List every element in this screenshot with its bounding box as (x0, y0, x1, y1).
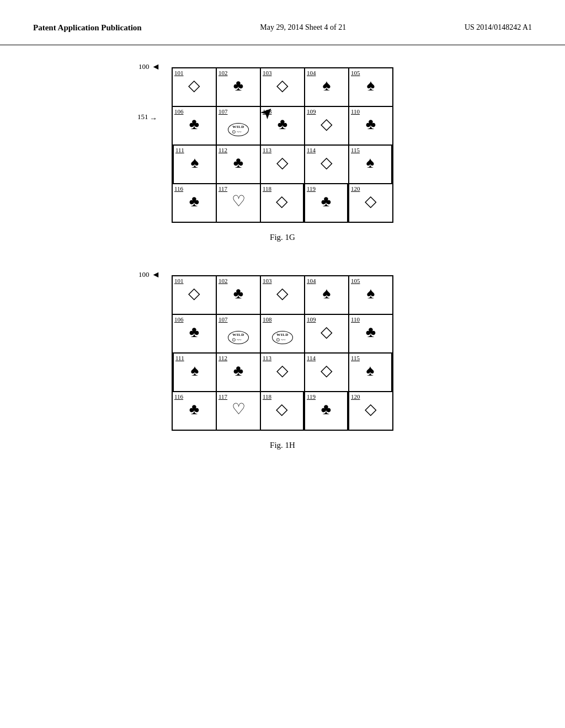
cell-number: 119 (305, 185, 316, 192)
cell-symbol: ♡ (232, 194, 246, 209)
table-row: 115♠ (349, 145, 393, 184)
cell-number: 108 (261, 108, 272, 115)
header-center: May 29, 2014 Sheet 4 of 21 (260, 22, 346, 33)
table-row: 120◇ (349, 392, 393, 430)
cell-symbol: ◇ (276, 286, 289, 301)
header-right: US 2014/0148242 A1 (465, 22, 532, 33)
cell-symbol: ◇ (276, 363, 289, 378)
cell-number: 101 (173, 69, 184, 77)
arrow-icon: ◄ (152, 62, 161, 72)
fig1g-grid: 101◇102♣103◇104♠105♠106♣107 WILD ⊙~~ 108… (172, 67, 393, 223)
cell-number: 118 (261, 393, 271, 400)
table-row: 106♣ (172, 314, 216, 353)
cell-symbol: ♣ (233, 286, 243, 301)
table-row: 104♠ (305, 276, 349, 314)
cell-symbol: ◇ (276, 194, 288, 209)
page-header: Patent Application Publication May 29, 2… (0, 0, 565, 45)
cell-number: 107 (217, 316, 228, 323)
cell-number: 115 (349, 147, 360, 154)
table-row: 114◇ (305, 145, 349, 184)
publication-label: Patent Application Publication (33, 23, 142, 32)
ref-100-label: 100 ◄ (138, 62, 160, 72)
table-row: 102♣ (216, 276, 260, 314)
table-row: 105♠ (349, 68, 393, 106)
cell-number: 120 (349, 393, 360, 400)
cell-number: 107 (217, 108, 228, 115)
cell-number: 117 (217, 393, 227, 400)
table-row: 103◇ (260, 68, 305, 106)
cell-number: 104 (305, 69, 316, 77)
table-row: 108 WILD ⊙~~ (260, 314, 305, 353)
cell-symbol: ♣ (233, 363, 243, 378)
cell-number: 101 (173, 277, 184, 285)
cell-number: 115 (349, 355, 360, 362)
cell-symbol: ♠ (323, 286, 331, 301)
table-row: 118◇ (260, 392, 305, 430)
cell-number: 116 (173, 393, 183, 400)
table-row: 103◇ (260, 276, 305, 314)
table-row: 112♣ (216, 145, 260, 184)
cell-symbol: ◇ (365, 194, 377, 209)
table-row: 113◇ (260, 353, 305, 392)
table-row: 113◇ (260, 145, 305, 184)
table-row: 110♣ (349, 106, 393, 145)
cell-number: 112 (217, 355, 227, 362)
cell-symbol: ♣ (233, 155, 243, 170)
cell-number: 119 (305, 393, 316, 400)
cell-symbol: ♠ (323, 78, 331, 93)
cell-number: 113 (261, 147, 271, 154)
table-row: 101◇ (172, 68, 216, 106)
ref-151-arrow: → (150, 114, 157, 123)
table-row: 107 WILD ⊙~~ (216, 314, 260, 353)
figure-1g-block: 100 ◄ 151 101◇102♣103◇104♠105♠106♣107 WI… (172, 67, 393, 242)
fig1h-wrapper: 100 ◄ 101◇102♣103◇104♠105♠106♣107 WILD ⊙… (172, 275, 393, 431)
cell-number: 102 (217, 277, 228, 285)
cell-number: 110 (349, 108, 360, 115)
cell-symbol: ♡ (232, 402, 246, 417)
cell-symbol: ♠ (366, 363, 375, 378)
cell-number: 108 (261, 316, 272, 323)
table-row: 111♠ (172, 145, 216, 184)
table-row: 109◇ (305, 106, 349, 145)
cell-number: 117 (217, 185, 227, 192)
table-row: 117♡ (216, 392, 260, 430)
cell-symbol: ◇ (321, 324, 333, 340)
table-row: 101◇ (172, 276, 216, 314)
cell-symbol: ♣ (189, 116, 199, 132)
cell-symbol: ♣ (233, 78, 243, 93)
table-row: 109◇ (305, 314, 349, 353)
table-row: 120◇ (349, 184, 393, 222)
cell-symbol: ◇ (276, 155, 289, 170)
figures-container: 100 ◄ 151 101◇102♣103◇104♠105♠106♣107 WI… (0, 45, 565, 472)
cell-number: 105 (349, 277, 360, 285)
table-row: 118◇ (260, 184, 305, 222)
cell-number: 102 (217, 69, 228, 77)
cell-number: 111 (174, 355, 184, 362)
cell-symbol: ◇ (188, 78, 200, 93)
header-left: Patent Application Publication (33, 22, 142, 34)
cell-number: 106 (173, 108, 184, 115)
cell-symbol: ♣ (189, 402, 199, 417)
cell-number: 116 (173, 185, 183, 192)
cell-number: 113 (261, 355, 271, 362)
cell-number: 109 (305, 108, 316, 115)
fig1g-label: Fig. 1G (270, 233, 295, 242)
cell-symbol: ♣ (189, 194, 199, 209)
fig1g-wrapper: 100 ◄ 151 101◇102♣103◇104♠105♠106♣107 WI… (172, 67, 393, 223)
cell-number: 105 (349, 69, 360, 77)
wild-card-symbol: WILD ⊙~~ (228, 123, 249, 136)
cell-symbol: ♣ (321, 194, 331, 209)
cell-number: 106 (173, 316, 184, 323)
table-row: 107 WILD ⊙~~ (216, 106, 260, 145)
table-row: 112♣ (216, 353, 260, 392)
patent-number: US 2014/0148242 A1 (465, 23, 532, 31)
cell-number: 114 (305, 355, 316, 362)
cell-symbol: ◇ (365, 402, 377, 417)
cell-number: 103 (261, 69, 272, 77)
cell-symbol: ◇ (321, 155, 333, 170)
cell-symbol: ◇ (321, 116, 333, 132)
table-row: 106♣ (172, 106, 216, 145)
table-row: 104♠ (305, 68, 349, 106)
cell-symbol: ♣ (278, 116, 287, 132)
cell-symbol: ♠ (191, 155, 199, 170)
